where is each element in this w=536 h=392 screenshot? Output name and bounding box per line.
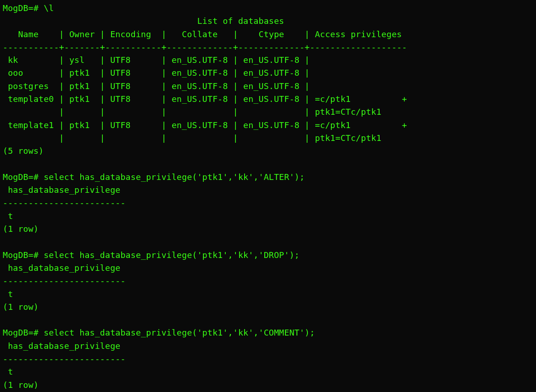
table-row: ooo | ptk1 | UTF8 | en_US.UTF-8 | en_US.… — [3, 68, 315, 78]
prompt: MogDB=# — [3, 328, 44, 337]
prompt: MogDB=# — [3, 3, 44, 13]
result-header: has_database_privilege — [3, 263, 126, 273]
result-value: t — [3, 289, 13, 299]
command-list-dbs: \l — [44, 3, 54, 13]
result-value: t — [3, 367, 13, 376]
table-row: template0 | ptk1 | UTF8 | en_US.UTF-8 | … — [3, 94, 407, 104]
result-separator: ------------------------ — [3, 198, 126, 207]
list-title: List of databases — [3, 16, 284, 26]
result-separator: ------------------------ — [3, 276, 126, 286]
query-drop: select has_database_privilege('ptk1','kk… — [44, 250, 300, 260]
result-separator: ------------------------ — [3, 354, 126, 364]
result-value: t — [3, 211, 13, 221]
prompt: MogDB=# — [3, 172, 44, 182]
row-count: (1 row) — [3, 380, 39, 390]
table-row: kk | ysl | UTF8 | en_US.UTF-8 | en_US.UT… — [3, 55, 315, 65]
table-row: | | | | | ptk1=CTc/ptk1 — [3, 133, 381, 143]
query-comment: select has_database_privilege('ptk1','kk… — [44, 328, 315, 337]
row-count: (1 row) — [3, 302, 39, 312]
prompt: MogDB=# — [3, 250, 44, 260]
table-row: postgres | ptk1 | UTF8 | en_US.UTF-8 | e… — [3, 81, 315, 91]
table-row: template1 | ptk1 | UTF8 | en_US.UTF-8 | … — [3, 120, 407, 130]
table-separator: -----------+-------+-----------+--------… — [3, 42, 407, 52]
query-alter: select has_database_privilege('ptk1','kk… — [44, 172, 305, 182]
result-header: has_database_privilege — [3, 185, 126, 195]
result-header: has_database_privilege — [3, 341, 126, 351]
terminal-output[interactable]: MogDB=# \l List of databases Name | Owne… — [0, 0, 536, 392]
row-count: (5 rows) — [3, 146, 44, 156]
table-header: Name | Owner | Encoding | Collate | Ctyp… — [3, 29, 407, 39]
row-count: (1 row) — [3, 224, 39, 234]
table-row: | | | | | ptk1=CTc/ptk1 — [3, 107, 381, 117]
